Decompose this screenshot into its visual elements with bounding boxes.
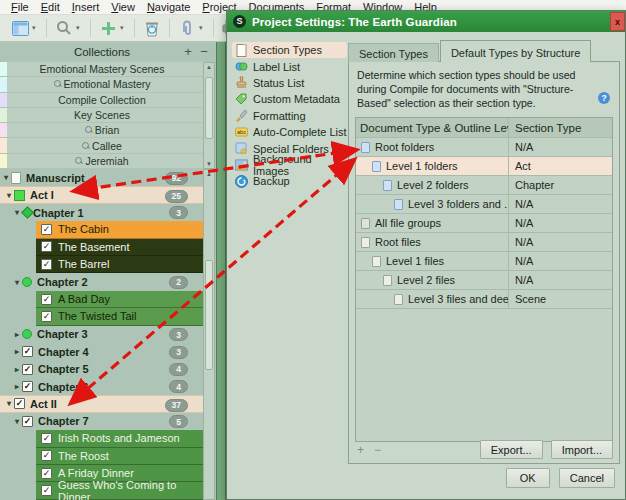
add-collection-button[interactable]: + [182, 44, 194, 59]
dropdown-caret-icon[interactable]: ▾ [32, 24, 40, 32]
cancel-button[interactable]: Cancel [559, 468, 615, 488]
scene-row[interactable]: ✓A Bad Day [36, 291, 204, 308]
table-row[interactable]: Root foldersN/A [356, 138, 612, 157]
search-icon[interactable] [53, 17, 75, 39]
checkbox-icon[interactable]: ✓ [22, 416, 33, 427]
menu-file[interactable]: File [5, 0, 35, 14]
scene-row[interactable]: ✓The Barrel [36, 256, 204, 273]
dialog-titlebar[interactable]: S Project Settings: The Earth Guardian [227, 11, 625, 32]
remove-collection-button[interactable]: − [198, 44, 210, 59]
menu-edit[interactable]: Edit [35, 0, 66, 14]
tree-row[interactable]: ▾✓Act II37 [0, 395, 204, 412]
column-header-section-type[interactable]: Section Type [509, 118, 612, 137]
scroll-up-icon[interactable]: ▲ [204, 64, 214, 70]
tree-row[interactable]: ✓A Bad Day [0, 291, 204, 308]
tree-row[interactable]: ▸✓Chapter 54 [0, 360, 204, 377]
checkbox-icon[interactable]: ✓ [41, 241, 52, 252]
scene-row[interactable]: ✓The Basement [36, 239, 204, 256]
column-header-doc-type[interactable]: Document Type & Outline Level [356, 118, 509, 137]
tree-row[interactable]: ✓Guess Who's Coming to Dinner [0, 482, 204, 499]
menu-view[interactable]: View [105, 0, 141, 14]
tree-row[interactable]: ✓The Twisted Tail [0, 308, 204, 325]
table-row[interactable]: Root filesN/A [356, 233, 612, 252]
scroll-up-icon[interactable]: ▲ [204, 171, 214, 177]
tree-row[interactable]: ▸Chapter 33 [0, 326, 204, 343]
collection-item[interactable]: Emotional Mastery Scenes [0, 62, 204, 76]
scrollbar-thumb[interactable] [205, 77, 213, 139]
close-button[interactable]: x [610, 12, 625, 31]
scene-row[interactable]: ✓The Twisted Tail [36, 308, 204, 325]
tree-row[interactable]: ▾Manuscript92 [0, 169, 204, 186]
layout-icon[interactable] [9, 17, 31, 39]
tab-section-types[interactable]: Section Types [348, 43, 439, 62]
tree-row[interactable]: ▸✓Chapter 64 [0, 378, 204, 395]
tree-row[interactable]: ▸✓Chapter 43 [0, 343, 204, 360]
tree-row[interactable]: ▾Act I25 [0, 186, 204, 203]
scroll-down-icon[interactable]: ▼ [204, 161, 214, 167]
collection-item[interactable]: Jeremiah [0, 154, 204, 168]
tree-row[interactable]: ▾Chapter 13 [0, 204, 204, 221]
table-row[interactable]: Level 3 folders and ...N/A [356, 195, 612, 214]
tab-default-types-by-structure[interactable]: Default Types by Structure [440, 40, 591, 62]
collapse-arrow-icon[interactable]: ▸ [12, 347, 22, 356]
checkbox-icon[interactable]: ✓ [41, 468, 52, 479]
collection-item[interactable]: Brian [0, 123, 204, 137]
tree-row[interactable]: ✓The Cabin [0, 221, 204, 238]
collection-item[interactable]: Callee [0, 138, 204, 152]
sidebar-item-background-images[interactable]: Background Images [232, 157, 347, 173]
ok-button[interactable]: OK [506, 468, 550, 488]
checkbox-icon[interactable]: ✓ [41, 433, 52, 444]
collection-item[interactable]: Compile Collection [0, 93, 204, 107]
sidebar-item-custom-metadata[interactable]: Custom Metadata [232, 91, 347, 107]
table-row[interactable]: Level 2 filesN/A [356, 271, 612, 290]
scene-row[interactable]: ✓Guess Who's Coming to Dinner [36, 482, 204, 499]
collapse-arrow-icon[interactable]: ▸ [12, 382, 22, 391]
menu-navigate[interactable]: Navigate [141, 0, 196, 14]
sidebar-item-label-list[interactable]: Label List [232, 58, 347, 74]
checkbox-icon[interactable]: ✓ [41, 450, 52, 461]
expand-arrow-icon[interactable]: ▾ [4, 399, 14, 408]
tree-row[interactable]: ✓The Roost [0, 448, 204, 465]
tree-row[interactable]: ✓The Barrel [0, 256, 204, 273]
add-icon[interactable] [97, 17, 119, 39]
import-button[interactable]: Import... [551, 440, 613, 459]
trash-icon[interactable] [141, 17, 163, 39]
checkbox-icon[interactable]: ✓ [22, 346, 33, 357]
sidebar-item-section-types[interactable]: Section Types [232, 42, 347, 58]
scene-row[interactable]: ✓Irish Roots and Jameson [36, 430, 204, 447]
tree-row[interactable]: ✓Irish Roots and Jameson [0, 430, 204, 447]
table-row[interactable]: Level 2 foldersChapter [356, 176, 612, 195]
expand-arrow-icon[interactable]: ▾ [12, 417, 22, 426]
tree-row[interactable]: ▾Chapter 22 [0, 273, 204, 290]
expand-arrow-icon[interactable]: ▾ [1, 173, 11, 182]
attach-icon[interactable] [176, 17, 198, 39]
checkbox-icon[interactable]: ✓ [22, 381, 33, 392]
table-row[interactable]: Level 3 files and deeperScene [356, 290, 612, 309]
checkbox-icon[interactable]: ✓ [22, 364, 33, 375]
checkbox-icon[interactable]: ✓ [41, 224, 52, 235]
collapse-arrow-icon[interactable]: ▸ [12, 365, 22, 374]
sidebar-item-formatting[interactable]: Formatting [232, 108, 347, 124]
checkbox-icon[interactable]: ✓ [41, 259, 52, 270]
collections-scrollbar[interactable]: ▲ ▼ [203, 62, 215, 169]
checkbox-icon[interactable]: ✓ [41, 311, 52, 322]
sidebar-item-status-list[interactable]: Status List [232, 75, 347, 91]
dropdown-caret-icon[interactable]: ▾ [199, 24, 207, 32]
checkbox-icon[interactable]: ✓ [14, 398, 25, 409]
help-icon[interactable]: ? [598, 92, 610, 104]
checkbox-icon[interactable]: ✓ [41, 294, 52, 305]
expand-arrow-icon[interactable]: ▾ [12, 278, 22, 287]
checkbox-icon[interactable]: ✓ [41, 485, 52, 496]
menu-insert[interactable]: Insert [66, 0, 106, 14]
scene-row[interactable]: ✓The Roost [36, 448, 204, 465]
table-row[interactable]: All file groupsN/A [356, 214, 612, 233]
tree-row[interactable]: ✓The Basement [0, 239, 204, 256]
sidebar-item-auto-complete-list[interactable]: abcAuto-Complete List [232, 124, 347, 140]
binder-scrollbar[interactable]: ▲ [203, 169, 215, 500]
scene-row[interactable]: ✓The Cabin [36, 221, 204, 238]
scrollbar-thumb[interactable] [205, 260, 213, 370]
collection-item[interactable]: Emotional Mastery [0, 77, 204, 91]
collection-item[interactable]: Key Scenes [0, 108, 204, 122]
expand-arrow-icon[interactable]: ▾ [4, 191, 14, 200]
collapse-arrow-icon[interactable]: ▸ [12, 330, 22, 339]
